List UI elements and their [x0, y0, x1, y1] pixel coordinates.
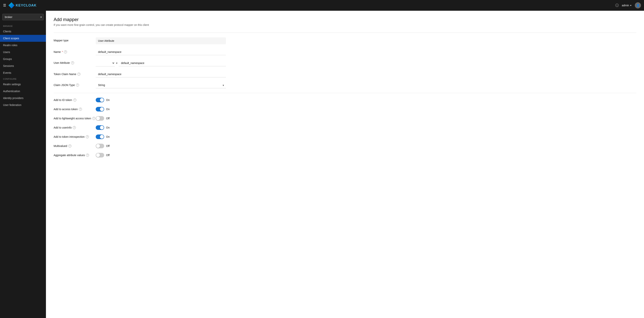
- user-attribute-info-icon[interactable]: ?: [71, 61, 74, 64]
- multivalued-thumb: [96, 144, 100, 148]
- multivalued-track: [96, 144, 104, 148]
- sidebar-item-realm-settings[interactable]: Realm settings: [0, 81, 46, 88]
- name-input[interactable]: [96, 49, 226, 55]
- sidebar-item-authentication[interactable]: Authentication: [0, 88, 46, 95]
- sidebar: broker Manage Clients Client scopes Real…: [0, 11, 46, 318]
- add-access-token-text: On: [106, 108, 110, 111]
- sidebar-item-sessions[interactable]: Sessions: [0, 63, 46, 69]
- add-access-token-thumb: [100, 107, 104, 111]
- aggregate-label: Aggregate attribute values ?: [54, 154, 96, 157]
- add-access-token-control: On: [96, 107, 110, 112]
- hamburger-icon[interactable]: ☰: [3, 3, 6, 8]
- claim-json-info-icon[interactable]: ?: [76, 84, 79, 87]
- mapper-type-control: User Attribute: [96, 37, 226, 44]
- admin-dropdown[interactable]: admin ▼: [622, 4, 632, 7]
- add-token-introspection-info-icon[interactable]: ?: [86, 135, 89, 138]
- add-token-introspection-toggle[interactable]: [96, 134, 104, 139]
- add-lightweight-toggle[interactable]: [96, 116, 104, 121]
- client-scopes-label: Client scopes: [3, 37, 19, 40]
- add-access-token-info-icon[interactable]: ?: [79, 108, 82, 111]
- sidebar-item-user-federation[interactable]: User federation: [0, 102, 46, 108]
- aggregate-text: Off: [106, 154, 110, 157]
- sidebar-item-clients[interactable]: Clients: [0, 28, 46, 35]
- help-icon[interactable]: ⓘ: [615, 3, 619, 8]
- topnav-left: ☰ KEYCLOAK: [3, 2, 36, 9]
- add-lightweight-control: Off: [96, 116, 110, 121]
- aggregate-toggle[interactable]: [96, 153, 104, 157]
- token-claim-input[interactable]: [96, 71, 226, 77]
- page-subtitle: If you want more fine-grain control, you…: [54, 23, 636, 27]
- claim-json-select[interactable]: String long int boolean JSON: [96, 82, 226, 88]
- name-control: [96, 49, 226, 55]
- add-id-token-track: [96, 98, 104, 102]
- multivalued-info-icon[interactable]: ?: [68, 144, 72, 148]
- page-title: Add mapper: [54, 17, 636, 22]
- realm-roles-label: Realm roles: [3, 44, 18, 47]
- add-access-token-toggle[interactable]: [96, 107, 104, 112]
- token-claim-name-label: Token Claim Name ?: [54, 71, 96, 76]
- add-id-token-thumb: [100, 98, 104, 102]
- multivalued-control: Off: [96, 144, 110, 148]
- token-claim-info-icon[interactable]: ?: [77, 73, 80, 76]
- topnav: ☰ KEYCLOAK ⓘ admin ▼ 👤: [0, 0, 644, 11]
- admin-label: admin: [622, 4, 629, 7]
- add-id-token-text: On: [106, 99, 110, 102]
- multivalued-label: Multivalued ?: [54, 144, 96, 148]
- realm-selector[interactable]: broker: [2, 14, 44, 20]
- clients-label: Clients: [3, 30, 11, 33]
- authentication-label: Authentication: [3, 90, 20, 93]
- sidebar-item-client-scopes[interactable]: Client scopes: [0, 35, 46, 42]
- sidebar-item-events[interactable]: Events: [0, 69, 46, 76]
- aggregate-info-icon[interactable]: ?: [86, 154, 89, 157]
- add-access-token-row: Add to access token ? On: [54, 107, 226, 112]
- required-star: *: [62, 51, 63, 53]
- add-userinfo-control: On: [96, 125, 110, 130]
- mapper-type-display: User Attribute: [96, 37, 226, 44]
- name-info-icon[interactable]: ?: [64, 50, 67, 54]
- user-attribute-control: ▼: [96, 60, 226, 67]
- aggregate-row: Aggregate attribute values ? Off: [54, 153, 226, 157]
- add-access-token-track: [96, 107, 104, 112]
- divider2: [54, 93, 636, 93]
- add-id-token-label: Add to ID token ?: [54, 99, 96, 102]
- claim-json-control: String long int boolean JSON: [96, 82, 226, 88]
- aggregate-control: Off: [96, 153, 110, 157]
- add-lightweight-info-icon[interactable]: ?: [92, 117, 95, 120]
- avatar: 👤: [635, 2, 641, 9]
- user-attribute-row: User Attribute ? ▼: [54, 60, 226, 67]
- add-userinfo-toggle[interactable]: [96, 125, 104, 130]
- add-lightweight-label: Add to lightweight access token ?: [54, 117, 96, 120]
- add-token-introspection-thumb: [100, 135, 104, 139]
- user-attr-row: ▼: [96, 60, 226, 67]
- add-userinfo-info-icon[interactable]: ?: [73, 126, 76, 129]
- add-id-token-toggle[interactable]: [96, 98, 104, 102]
- add-userinfo-label: Add to userinfo ?: [54, 126, 96, 129]
- add-lightweight-row: Add to lightweight access token ? Off: [54, 116, 226, 121]
- sidebar-item-realm-roles[interactable]: Realm roles: [0, 42, 46, 49]
- sidebar-item-groups[interactable]: Groups: [0, 56, 46, 63]
- events-label: Events: [3, 71, 11, 74]
- sidebar-item-users[interactable]: Users: [0, 49, 46, 56]
- add-id-token-info-icon[interactable]: ?: [73, 99, 76, 102]
- logo-cloak: CLOAK: [23, 4, 36, 7]
- add-lightweight-thumb: [96, 117, 100, 120]
- chevron-down-icon: ▼: [630, 5, 632, 7]
- user-attribute-label: User Attribute ?: [54, 60, 96, 64]
- user-attribute-select[interactable]: [96, 60, 115, 67]
- logo-container: KEYCLOAK: [8, 2, 36, 9]
- multivalued-toggle[interactable]: [96, 144, 104, 148]
- add-token-introspection-text: On: [106, 135, 110, 138]
- add-id-token-control: On: [96, 98, 110, 102]
- user-attribute-input[interactable]: [119, 60, 226, 66]
- token-claim-name-row: Token Claim Name ?: [54, 71, 226, 77]
- identity-providers-label: Identity providers: [3, 97, 24, 100]
- users-label: Users: [3, 51, 10, 54]
- logo-key: KEY: [16, 4, 23, 7]
- manage-section-label: Manage: [0, 23, 46, 28]
- name-row: Name * ?: [54, 49, 226, 55]
- add-lightweight-text: Off: [106, 117, 110, 120]
- multivalued-text: Off: [106, 144, 110, 148]
- sidebar-item-identity-providers[interactable]: Identity providers: [0, 95, 46, 102]
- multivalued-row: Multivalued ? Off: [54, 144, 226, 148]
- realm-selector-wrap[interactable]: broker: [2, 14, 44, 20]
